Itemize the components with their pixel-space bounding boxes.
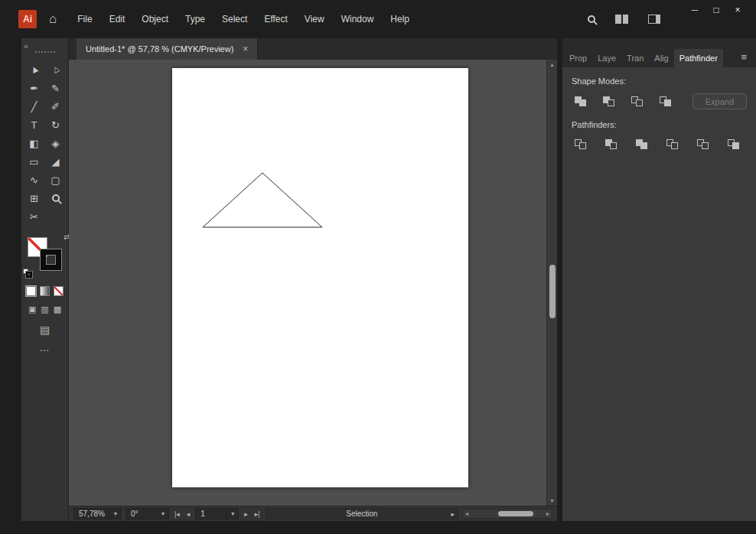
artboard-navigation-field[interactable]: 1 ▾ <box>195 508 239 519</box>
unite-button[interactable] <box>572 95 588 109</box>
document-tab-title: Untitled-1* @ 57,78 % (CMYK/Preview) <box>86 44 233 54</box>
workspace-switcher-icon[interactable] <box>648 15 660 24</box>
merge-button[interactable] <box>633 137 650 151</box>
exclude-button[interactable] <box>657 95 673 109</box>
menu-edit[interactable]: Edit <box>101 0 134 38</box>
zoom-field[interactable]: 57,78% ▾ <box>73 508 122 519</box>
document-tab[interactable]: Untitled-1* @ 57,78 % (CMYK/Preview) × <box>77 38 258 60</box>
menu-file[interactable]: File <box>69 0 100 38</box>
previous-artboard-button[interactable]: ◂ <box>185 510 192 518</box>
tab-transform[interactable]: Tran <box>621 49 649 67</box>
direct-selection-tool[interactable]: ▷ <box>46 61 66 78</box>
tab-align[interactable]: Alig <box>649 49 673 67</box>
horizontal-scrollbar[interactable]: ◂ ▸ <box>462 509 552 519</box>
scale-tool[interactable]: ◈ <box>46 135 66 151</box>
menu-select[interactable]: Select <box>213 0 256 38</box>
rotation-dropdown-icon[interactable]: ▾ <box>157 509 168 519</box>
stroke-color-swatch[interactable] <box>41 249 61 270</box>
draw-behind-icon[interactable]: ▥ <box>41 304 48 314</box>
scroll-down-icon[interactable]: ▾ <box>547 497 557 504</box>
panel-menu-icon[interactable]: ≡ <box>741 51 754 67</box>
workspace: « ▶ ▷ ✒ ✎ ╱ ✐ T ↻ ◧ ◈ ▭ ◢ ∿ ▢ ⊞ ✂ <box>0 38 756 521</box>
scissors-tool[interactable]: ✂ <box>24 208 44 225</box>
minus-back-icon <box>728 139 739 149</box>
horizontal-scroll-thumb[interactable] <box>498 511 533 516</box>
tab-close-icon[interactable]: × <box>243 44 248 54</box>
artboard-dropdown-icon[interactable]: ▾ <box>226 509 238 519</box>
edit-toolbar-icon[interactable]: … <box>40 342 51 353</box>
type-tool[interactable]: T <box>24 116 44 133</box>
crop-button[interactable] <box>664 137 681 151</box>
paintbrush-tool[interactable]: ✐ <box>46 98 66 115</box>
tab-pathfinder[interactable]: Pathfinder <box>674 49 723 67</box>
panel-tabbar: Prop Laye Tran Alig Pathfinder ≡ <box>562 38 756 67</box>
document-tabstrip: Untitled-1* @ 57,78 % (CMYK/Preview) × <box>69 38 557 60</box>
search-icon[interactable] <box>588 15 595 23</box>
status-flyout-icon[interactable]: ▸ <box>451 510 455 518</box>
app-logo-icon[interactable]: Ai <box>18 10 37 28</box>
vertical-scrollbar[interactable]: ▴ ▾ <box>546 60 557 506</box>
line-segment-tool[interactable]: ╱ <box>24 98 44 115</box>
menu-window[interactable]: Window <box>333 0 383 38</box>
close-button[interactable]: × <box>727 0 748 20</box>
vertical-scroll-thumb[interactable] <box>549 265 556 318</box>
trim-button[interactable] <box>602 137 619 151</box>
shaper-tool[interactable]: ∿ <box>24 171 44 188</box>
artboard[interactable] <box>172 68 468 487</box>
last-artboard-button[interactable]: ▸| <box>253 510 262 518</box>
triangle-shape[interactable] <box>203 173 322 227</box>
eyedropper-tool-icon: ◢ <box>52 157 60 167</box>
intersect-button[interactable] <box>628 95 645 109</box>
arrange-documents-icon[interactable] <box>615 15 628 24</box>
free-transform-tool[interactable]: ▢ <box>46 171 66 188</box>
gradient-button[interactable] <box>40 286 50 296</box>
expand-button[interactable]: Expand <box>692 93 747 109</box>
menu-help[interactable]: Help <box>382 0 418 38</box>
tab-layers[interactable]: Laye <box>592 49 621 67</box>
minus-front-button[interactable] <box>600 95 617 109</box>
scroll-up-icon[interactable]: ▴ <box>547 61 557 68</box>
collapse-tools-icon[interactable]: « <box>24 41 28 50</box>
panel-divider[interactable] <box>557 38 562 521</box>
menu-effect[interactable]: Effect <box>256 0 295 38</box>
divide-button[interactable] <box>572 137 588 151</box>
next-artboard-button[interactable]: ▸ <box>243 510 249 518</box>
home-icon[interactable]: ⌂ <box>49 11 57 27</box>
menu-object[interactable]: Object <box>133 0 177 38</box>
zoom-tool-icon <box>52 194 60 202</box>
draw-inside-icon[interactable]: ▩ <box>54 304 61 314</box>
screen-mode-icon[interactable]: ▤ <box>40 324 50 336</box>
selection-tool-icon: ▶ <box>29 65 38 73</box>
scroll-left-icon[interactable]: ◂ <box>465 510 468 517</box>
rotation-field[interactable]: 0° ▾ <box>125 508 169 519</box>
none-button[interactable] <box>54 286 64 296</box>
zoom-tool[interactable] <box>46 190 66 207</box>
artboard-tool[interactable]: ⊞ <box>24 190 44 207</box>
menu-type[interactable]: Type <box>177 0 213 38</box>
rectangle-tool[interactable]: ▭ <box>24 153 44 170</box>
rotate-tool-icon: ↻ <box>51 120 60 130</box>
tools-grip-handle[interactable] <box>35 51 55 53</box>
maximize-button[interactable]: □ <box>705 0 727 20</box>
rotate-tool[interactable]: ↻ <box>46 116 66 133</box>
selection-tool[interactable]: ▶ <box>24 61 44 78</box>
zoom-dropdown-icon[interactable]: ▾ <box>109 509 121 519</box>
shaper-tool-icon: ∿ <box>30 175 38 185</box>
left-margin <box>0 38 21 521</box>
curvature-tool[interactable]: ✎ <box>46 80 66 96</box>
canvas-area[interactable]: ▴ ▾ <box>69 60 557 506</box>
scroll-right-icon[interactable]: ▸ <box>546 510 549 517</box>
pen-tool[interactable]: ✒ <box>24 80 44 96</box>
eraser-tool[interactable]: ◧ <box>24 135 44 151</box>
default-fill-stroke-icon[interactable] <box>23 269 33 278</box>
outline-button[interactable] <box>695 137 712 151</box>
minimize-button[interactable]: ─ <box>684 0 705 20</box>
color-button[interactable] <box>26 286 36 296</box>
eyedropper-tool[interactable]: ◢ <box>46 153 66 170</box>
exclude-icon <box>660 96 671 106</box>
minus-back-button[interactable] <box>725 137 742 151</box>
menu-view[interactable]: View <box>296 0 333 38</box>
first-artboard-button[interactable]: |◂ <box>173 510 181 518</box>
draw-normal-icon[interactable]: ▣ <box>28 304 36 314</box>
tab-properties[interactable]: Prop <box>564 49 592 67</box>
